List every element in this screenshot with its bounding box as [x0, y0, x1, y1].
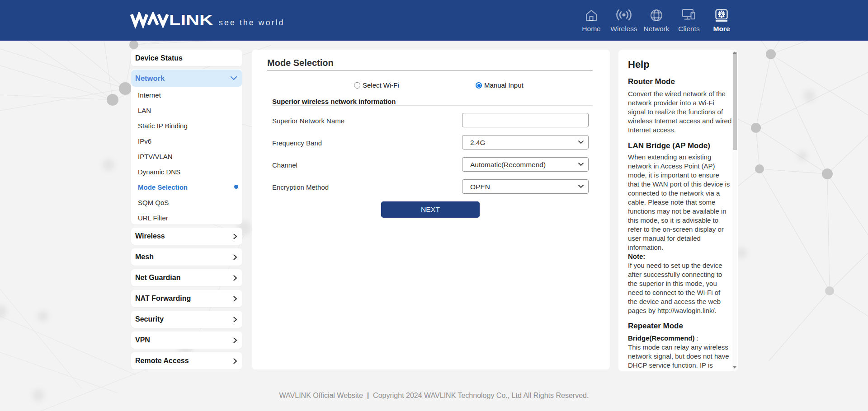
svg-text:LINK: LINK — [169, 12, 213, 28]
